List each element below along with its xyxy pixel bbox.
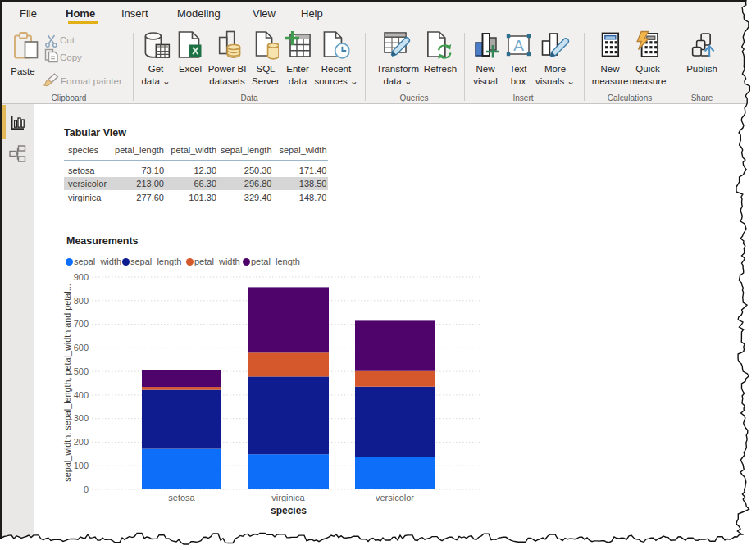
svg-text:600: 600 bbox=[74, 343, 89, 352]
svg-text:400: 400 bbox=[74, 390, 89, 400]
svg-text:700: 700 bbox=[74, 319, 89, 329]
svg-text:100: 100 bbox=[74, 461, 89, 470]
svg-text:A: A bbox=[513, 37, 524, 54]
svg-text:virginica: virginica bbox=[271, 493, 305, 502]
svg-text:500: 500 bbox=[74, 366, 89, 376]
svg-text:setosa: setosa bbox=[168, 493, 195, 502]
svg-text:sepal_width, sepal_length, pet: sepal_width, sepal_length, petal_width a… bbox=[62, 284, 72, 481]
svg-text:species: species bbox=[271, 505, 307, 516]
svg-text:versicolor: versicolor bbox=[376, 493, 414, 502]
svg-text:800: 800 bbox=[74, 296, 89, 306]
svg-text:300: 300 bbox=[74, 413, 89, 423]
svg-text:200: 200 bbox=[74, 437, 89, 447]
svg-text:0: 0 bbox=[84, 484, 89, 494]
svg-text:900: 900 bbox=[74, 272, 89, 282]
